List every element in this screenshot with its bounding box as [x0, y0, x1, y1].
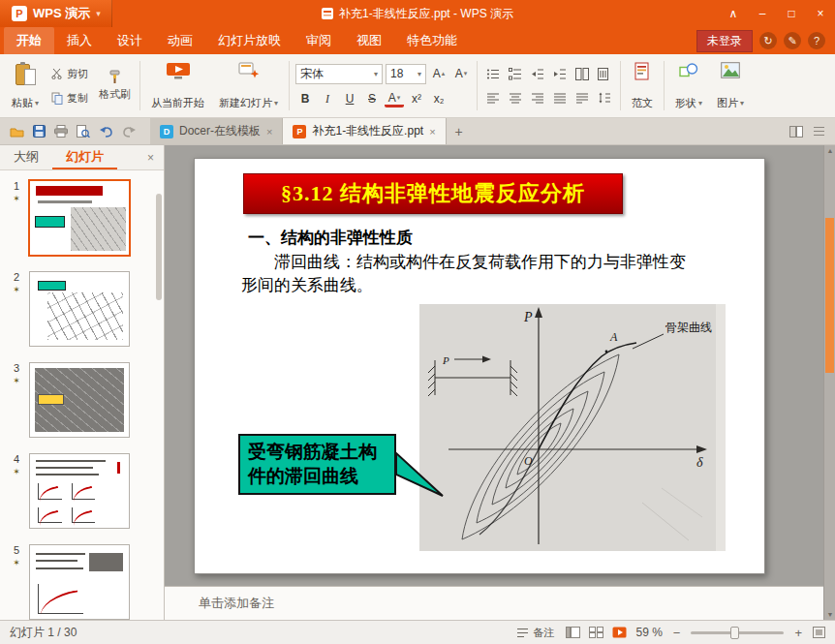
- align-left-button[interactable]: [483, 89, 503, 107]
- numbered-list-button[interactable]: [506, 65, 525, 83]
- slides-tab[interactable]: 幻灯片: [52, 145, 117, 169]
- slide-thumbnail-5[interactable]: [29, 544, 130, 620]
- tab-review[interactable]: 审阅: [294, 27, 344, 54]
- print-preview-button[interactable]: [77, 125, 90, 138]
- tab-list-button[interactable]: [813, 126, 825, 137]
- picture-button[interactable]: 图片▾: [712, 58, 749, 114]
- font-color-button[interactable]: A▾: [385, 91, 404, 107]
- bullet-list-button[interactable]: [483, 65, 503, 83]
- maximize-button[interactable]: □: [777, 0, 806, 27]
- font-name-select[interactable]: 宋体 ▾: [295, 64, 383, 84]
- split-screen-button[interactable]: [789, 126, 803, 138]
- slideshow-icon: [612, 627, 627, 638]
- decrease-indent-button[interactable]: [528, 65, 547, 83]
- save-button[interactable]: [33, 125, 46, 138]
- status-right-cluster: 备注 59 % − +: [513, 625, 825, 641]
- scissors-icon: [51, 68, 63, 79]
- minimize-button[interactable]: –: [748, 0, 777, 27]
- login-button[interactable]: 未登录: [696, 30, 753, 52]
- format-painter-icon: [108, 70, 122, 84]
- zoom-in-button[interactable]: +: [792, 626, 804, 640]
- tab-special-features[interactable]: 特色功能: [394, 27, 470, 54]
- distribute-button[interactable]: [572, 89, 592, 107]
- quick-access-toolbar: [0, 118, 146, 144]
- increase-indent-button[interactable]: [550, 65, 570, 83]
- font-rows: 宋体 ▾ 18 ▾ A▴ A▾ B I U S A▾ x²: [295, 64, 471, 108]
- italic-button[interactable]: I: [318, 90, 337, 108]
- vertical-scrollbar[interactable]: ▲ ▼: [823, 145, 835, 620]
- zoom-out-button[interactable]: −: [671, 626, 683, 640]
- slideshow-view-button[interactable]: [612, 627, 627, 638]
- tab-slideshow[interactable]: 幻灯片放映: [205, 27, 294, 54]
- help-icon[interactable]: ?: [808, 32, 825, 49]
- align-center-button[interactable]: [506, 89, 525, 107]
- new-slide-button[interactable]: 新建幻灯片▾: [214, 58, 283, 114]
- notes-toggle-button[interactable]: 备注: [513, 625, 557, 641]
- copy-button[interactable]: 复制: [48, 90, 91, 107]
- tab-animation[interactable]: 动画: [155, 27, 205, 54]
- slide-heading[interactable]: 一、结构的非弹性性质: [248, 227, 413, 249]
- underline-button[interactable]: U: [340, 90, 359, 108]
- fanwen-button[interactable]: 范文: [627, 58, 658, 114]
- strikethrough-button[interactable]: S: [362, 90, 382, 108]
- line-spacing-button[interactable]: [595, 89, 614, 107]
- cut-button[interactable]: 剪切: [48, 66, 91, 82]
- slide-title-banner[interactable]: §3.12 结构非弹性地震反应分析: [243, 173, 623, 214]
- normal-view-button[interactable]: [566, 627, 580, 638]
- slide-thumbnail-4[interactable]: [29, 453, 130, 529]
- subscript-button[interactable]: x₂: [429, 90, 448, 108]
- paste-button[interactable]: 粘贴▾: [7, 58, 44, 114]
- play-from-current-button[interactable]: 从当前开始: [146, 58, 209, 114]
- tab-design[interactable]: 设计: [105, 27, 155, 54]
- model-document-icon: [634, 62, 650, 80]
- close-tab-icon[interactable]: ×: [429, 126, 435, 138]
- thumbnail-scrollbar[interactable]: [156, 194, 162, 300]
- justify-button[interactable]: [550, 89, 570, 107]
- scroll-up-icon[interactable]: ▲: [824, 147, 835, 154]
- tab-view[interactable]: 视图: [344, 27, 394, 54]
- zoom-value[interactable]: 59 %: [635, 626, 662, 639]
- close-tab-icon[interactable]: ×: [266, 126, 272, 138]
- tab-home[interactable]: 开始: [4, 27, 54, 54]
- doc-tab-docer[interactable]: D Docer-在线模板 ×: [150, 118, 283, 144]
- slide-sorter-view-button[interactable]: [589, 627, 603, 638]
- collapse-ribbon-button[interactable]: ∧: [719, 0, 748, 27]
- print-button[interactable]: [54, 125, 68, 138]
- close-button[interactable]: ×: [806, 0, 835, 27]
- slide-body-text[interactable]: 滞回曲线：结构或构件在反复荷载作用下的力与非弹性变形间的关系曲线。: [241, 251, 696, 297]
- slide-thumbnail-2[interactable]: [29, 271, 130, 347]
- redo-button[interactable]: [122, 125, 137, 138]
- scrollbar-thumb[interactable]: [825, 218, 834, 373]
- new-tab-button[interactable]: +: [447, 118, 472, 144]
- font-size-select[interactable]: 18 ▾: [386, 64, 426, 84]
- slide-editor[interactable]: §3.12 结构非弹性地震反应分析 一、结构的非弹性性质 滞回曲线：结构或构件在…: [194, 158, 765, 574]
- increase-font-button[interactable]: A▴: [429, 65, 448, 83]
- text-direction-button[interactable]: [595, 65, 614, 83]
- shapes-icon: [679, 62, 698, 78]
- align-right-button[interactable]: [528, 89, 547, 107]
- zoom-slider-handle[interactable]: [730, 627, 739, 639]
- shapes-button[interactable]: 形状▾: [670, 58, 707, 114]
- wps-menu-button[interactable]: P WPS 演示 ▾: [0, 0, 112, 27]
- slide-thumbnail-3[interactable]: [29, 362, 130, 438]
- outline-tab[interactable]: 大纲: [0, 145, 52, 169]
- slide-thumbnail-1[interactable]: [29, 180, 130, 256]
- scroll-down-icon[interactable]: ▼: [824, 611, 835, 618]
- decrease-font-button[interactable]: A▾: [451, 65, 471, 83]
- undo-button[interactable]: [99, 125, 113, 138]
- notes-pane[interactable]: 单击添加备注: [165, 586, 823, 620]
- tab-insert[interactable]: 插入: [54, 27, 105, 54]
- update-sync-icon[interactable]: ↻: [759, 32, 777, 49]
- fit-slide-button[interactable]: [813, 627, 825, 638]
- columns-button[interactable]: [572, 65, 592, 83]
- zoom-slider[interactable]: [691, 631, 784, 634]
- superscript-button[interactable]: x²: [407, 90, 426, 108]
- doc-tab-current[interactable]: P 补充1-非线性反应.ppt ×: [283, 118, 446, 144]
- feedback-icon[interactable]: ✎: [784, 32, 801, 49]
- open-folder-button[interactable]: [10, 126, 24, 138]
- hysteresis-figure[interactable]: P δ O A 骨架曲线 P: [419, 304, 726, 551]
- close-panel-button[interactable]: ×: [138, 151, 164, 165]
- callout-textbox[interactable]: 受弯钢筋凝土构件的滞回曲线: [238, 434, 396, 495]
- bold-button[interactable]: B: [295, 90, 315, 108]
- format-painter-button[interactable]: 格式刷: [96, 69, 134, 103]
